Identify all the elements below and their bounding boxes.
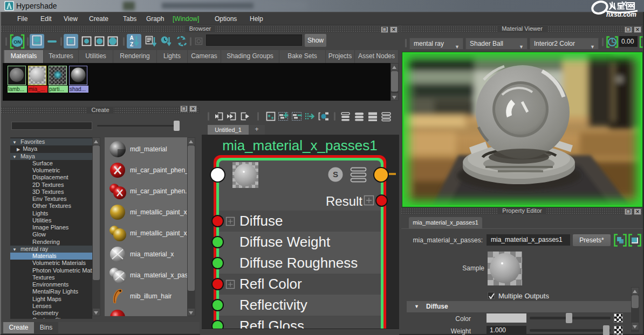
svg-text:A: A: [129, 35, 133, 41]
svg-text:Z: Z: [130, 41, 133, 47]
svg-text:S: S: [333, 170, 338, 179]
svg-text:hxsd.com: hxsd.com: [606, 11, 636, 18]
svg-text:ON: ON: [13, 39, 21, 45]
